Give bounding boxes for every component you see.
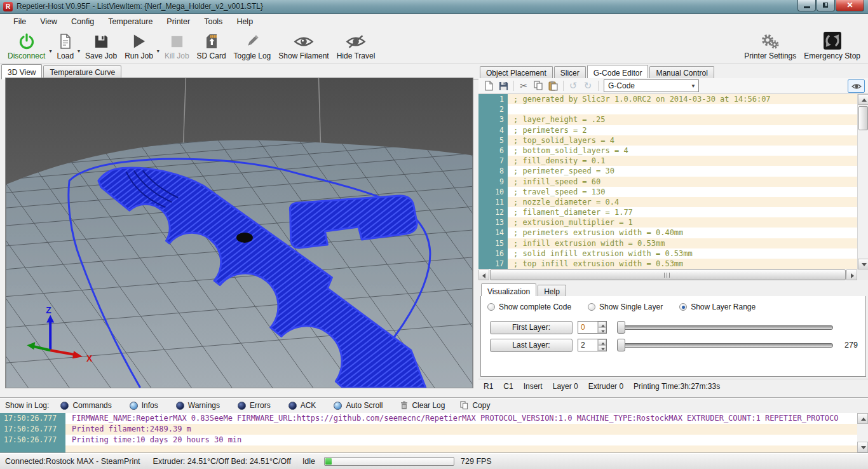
load-button[interactable]: Load — [53, 31, 78, 62]
tab-slicer[interactable]: Slicer — [554, 66, 586, 79]
menu-item[interactable]: View — [33, 15, 64, 28]
toggle-log-button[interactable]: Toggle Log — [230, 31, 275, 62]
first-layer-spinner[interactable]: 0 — [578, 321, 607, 334]
scroll-down-button[interactable] — [857, 442, 868, 452]
toggle-auto-scroll[interactable]: Auto Scroll — [334, 401, 383, 410]
new-file-icon[interactable] — [482, 79, 496, 92]
line-text: ; perimeter_speed = 30 — [508, 166, 614, 176]
editor-vertical-scrollbar[interactable] — [857, 94, 868, 269]
menu-item[interactable]: Tools — [197, 15, 229, 28]
toggle-errors[interactable]: Errors — [238, 401, 271, 410]
cursor-row: R1 — [484, 382, 493, 391]
spin-down-button[interactable] — [598, 345, 606, 351]
gcode-line[interactable]: 17 ; top infill extrusion width = 0.53mm — [478, 259, 857, 269]
gcode-editor[interactable]: 1 ; generated by Slic3r 1.0.0RC2 on 2014… — [478, 94, 857, 269]
last-layer-button[interactable]: Last Layer: — [490, 339, 573, 352]
log-output: 17:50:26.777 FIRMWARE_NAME:RepetierMAX 0… — [0, 413, 857, 452]
last-layer-value[interactable]: 2 — [578, 339, 597, 351]
minimize-button[interactable] — [797, 0, 816, 11]
tab-manual-control[interactable]: Manual Control — [649, 66, 714, 79]
gcode-line[interactable]: 14 ; perimeters extrusion width = 0.40mm — [478, 228, 857, 238]
toggle-infos[interactable]: Infos — [130, 401, 158, 410]
menu-item[interactable]: Printer — [159, 15, 197, 28]
gcode-line[interactable]: 15 ; infill extrusion width = 0.53mm — [478, 238, 857, 248]
kill-job-button[interactable]: Kill Job — [161, 31, 193, 62]
gcode-editor-toolbar: ✂ ↺ ↻ G-Code ▼ — [478, 78, 868, 94]
paste-icon[interactable] — [546, 79, 560, 92]
run-job-button[interactable]: Run Job — [121, 31, 157, 62]
last-layer-slider[interactable] — [617, 339, 833, 351]
slider-thumb[interactable] — [617, 321, 625, 334]
printer-settings-button[interactable]: Printer Settings — [740, 31, 800, 62]
spin-up-button[interactable] — [598, 339, 606, 345]
gcode-line[interactable]: 5 ; top_solid_layers = 4 — [478, 135, 857, 146]
gcode-line[interactable]: 1 ; generated by Slic3r 1.0.0RC2 on 2014… — [478, 94, 857, 104]
menu-item[interactable]: Help — [229, 15, 260, 28]
sd-card-button[interactable]: SD Card — [193, 31, 230, 62]
scroll-up-button[interactable] — [857, 413, 868, 424]
3d-viewport[interactable]: Z X — [5, 78, 473, 388]
code-display-options: Show complete Code Show Single Layer Sho… — [487, 302, 772, 311]
first-layer-button[interactable]: First Layer: — [490, 321, 573, 334]
show-filament-button[interactable]: Show Filament — [275, 31, 332, 62]
scroll-left-button[interactable] — [478, 269, 489, 280]
undo-icon[interactable]: ↺ — [566, 79, 580, 92]
gcode-line[interactable]: 2 — [478, 104, 857, 114]
gcode-line[interactable]: 7 ; fill_density = 0.1 — [478, 156, 857, 166]
gcode-line[interactable]: 3 ; layer_height = .25 — [478, 114, 857, 125]
gcode-line[interactable]: 4 ; perimeters = 2 — [478, 125, 857, 135]
tab-temperature-curve[interactable]: Temperature Curve — [43, 65, 121, 79]
scroll-right-button[interactable] — [846, 269, 857, 280]
toggle-warnings[interactable]: Warnings — [176, 401, 220, 410]
spin-up-button[interactable] — [598, 322, 606, 327]
toggle-commands[interactable]: Commands — [60, 401, 111, 410]
printer-state: Idle — [302, 457, 315, 466]
hide-travel-button[interactable]: Hide Travel — [333, 31, 379, 62]
horizontal-scroll-thumb[interactable] — [490, 269, 846, 280]
emergency-stop-button[interactable]: Emergency Stop — [800, 31, 864, 62]
gcode-line[interactable]: 11 ; nozzle_diameter = 0.4 — [478, 197, 857, 207]
spin-down-button[interactable] — [598, 327, 606, 333]
radio-show-single-layer[interactable]: Show Single Layer — [588, 302, 663, 311]
last-layer-spinner[interactable]: 2 — [578, 339, 607, 351]
copy-icon[interactable] — [531, 79, 545, 92]
tab-object-placement[interactable]: Object Placement — [480, 66, 553, 79]
gcode-line[interactable]: 9 ; infill_speed = 60 — [478, 177, 857, 187]
editor-horizontal-scrollbar[interactable] — [478, 269, 857, 280]
gcode-line[interactable]: 16 ; solid infill extrusion width = 0.53… — [478, 248, 857, 259]
save-job-button[interactable]: Save Job — [81, 31, 121, 62]
line-number: 8 — [478, 166, 508, 176]
toggle-ack[interactable]: ACK — [288, 401, 316, 410]
chevron-down-icon: ▼ — [688, 83, 698, 89]
editor-show-toggle[interactable] — [848, 79, 865, 93]
maximize-button[interactable] — [817, 0, 835, 11]
gcode-mode-select[interactable]: G-Code ▼ — [604, 79, 699, 92]
scroll-up-button[interactable] — [858, 94, 868, 105]
vertical-scroll-thumb[interactable] — [858, 106, 868, 130]
disconnect-button[interactable]: Disconnect — [4, 31, 49, 62]
scroll-down-button[interactable] — [858, 259, 868, 269]
gcode-line[interactable]: 12 ; filament_diameter = 1.77 — [478, 207, 857, 217]
copy-log-button[interactable]: Copy — [460, 401, 490, 410]
slider-thumb[interactable] — [617, 339, 625, 351]
gcode-line[interactable]: 10 ; travel_speed = 130 — [478, 187, 857, 197]
gcode-line[interactable]: 6 ; bottom_solid_layers = 4 — [478, 146, 857, 156]
gcode-line[interactable]: 8 ; perimeter_speed = 30 — [478, 166, 857, 176]
cut-icon[interactable]: ✂ — [517, 79, 531, 92]
close-button[interactable]: ✕ — [836, 0, 864, 11]
slider-track[interactable] — [617, 343, 833, 348]
first-layer-slider[interactable] — [617, 321, 833, 334]
log-vertical-scrollbar[interactable] — [857, 413, 868, 452]
menu-item[interactable]: Config — [64, 15, 101, 28]
menu-item[interactable]: Temperature — [101, 15, 159, 28]
radio-show-complete-code[interactable]: Show complete Code — [487, 302, 571, 311]
radio-show-layer-range[interactable]: Show Layer Range — [679, 302, 756, 311]
redo-icon[interactable]: ↻ — [581, 79, 595, 92]
gcode-line[interactable]: 13 ; extrusion_multiplier = 1 — [478, 217, 857, 228]
menu-item[interactable]: File — [6, 15, 33, 28]
clear-log-button[interactable]: Clear Log — [400, 401, 445, 410]
first-layer-value[interactable]: 0 — [578, 322, 597, 333]
log-row: 17:50:26.777 Printing time:10 days 20 ho… — [0, 435, 857, 445]
slider-track[interactable] — [617, 325, 833, 330]
save-icon[interactable] — [496, 79, 510, 92]
